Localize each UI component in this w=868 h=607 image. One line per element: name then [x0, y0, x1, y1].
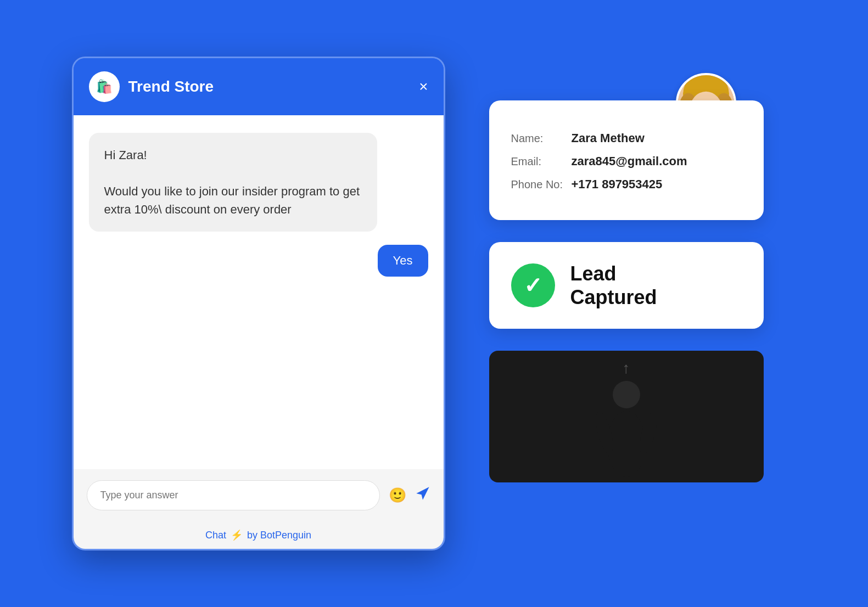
chat-logo: 🛍️ — [89, 71, 120, 102]
user-message-text: Yes — [393, 254, 413, 267]
contact-info: Name: Zara Methew Email: zara845@gmail.c… — [511, 120, 742, 192]
contact-name-row: Name: Zara Methew — [511, 131, 742, 145]
contact-card: Name: Zara Methew Email: zara845@gmail.c… — [489, 100, 764, 220]
svg-point-12 — [607, 411, 646, 477]
chat-input-area: 🙂 — [74, 469, 444, 521]
chat-body: Hi Zara!Would you like to join our insid… — [74, 115, 444, 469]
bot-message: Hi Zara!Would you like to join our insid… — [89, 133, 377, 232]
contact-email-row: Email: zara845@gmail.com — [511, 154, 742, 168]
name-value: Zara Methew — [572, 131, 645, 145]
lead-card: ✓ Lead Captured — [489, 242, 764, 329]
phone-value: +171 897953425 — [572, 177, 663, 192]
send-button[interactable] — [415, 486, 430, 505]
email-value: zara845@gmail.com — [572, 154, 687, 168]
chat-widget: 🛍️ Trend Store × Hi Zara!Would you like … — [72, 57, 445, 550]
contact-card-wrapper: Name: Zara Methew Email: zara845@gmail.c… — [489, 100, 764, 220]
send-icon — [415, 486, 430, 501]
footer-lightning-icon: ⚡ — [231, 529, 243, 541]
chat-header: 🛍️ Trend Store × — [74, 58, 444, 115]
lead-text: Lead Captured — [570, 262, 657, 309]
bot-message-text: Hi Zara!Would you like to join our insid… — [104, 148, 360, 216]
chat-title: Trend Store — [128, 78, 411, 95]
footer-by-text: by BotPenguin — [247, 530, 311, 541]
svg-point-11 — [613, 381, 640, 408]
footer-chat-text: Chat — [205, 530, 226, 541]
dark-overlay: ↑ — [489, 351, 764, 482]
logo-emoji: 🛍️ — [96, 79, 113, 94]
phone-label: Phone No: — [511, 178, 572, 191]
close-button[interactable]: × — [419, 79, 428, 94]
main-container: 🛍️ Trend Store × Hi Zara!Would you like … — [50, 35, 819, 572]
person-silhouette — [593, 373, 659, 482]
right-side: Name: Zara Methew Email: zara845@gmail.c… — [489, 57, 764, 482]
chat-input[interactable] — [87, 480, 380, 510]
email-label: Email: — [511, 155, 572, 168]
chat-footer: Chat ⚡ by BotPenguin — [74, 521, 444, 549]
check-circle: ✓ — [511, 263, 555, 307]
checkmark-icon: ✓ — [524, 274, 542, 296]
emoji-button[interactable]: 🙂 — [389, 487, 406, 504]
user-message: Yes — [378, 245, 428, 277]
contact-phone-row: Phone No: +171 897953425 — [511, 177, 742, 192]
name-label: Name: — [511, 132, 572, 145]
